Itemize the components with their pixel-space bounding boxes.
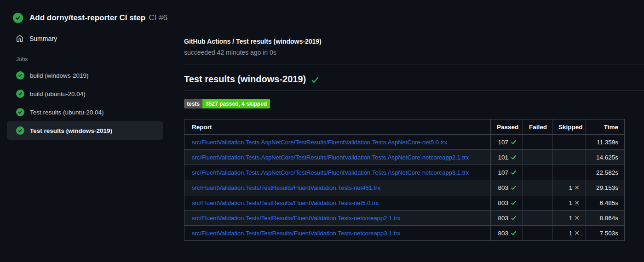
column-header-passed: Passed	[491, 120, 523, 135]
passed-check-icon	[511, 230, 517, 236]
passed-count: 803	[498, 199, 508, 206]
skipped-cross-icon: ✕	[574, 199, 580, 206]
sidebar-item-job-2[interactable]: Test results (ubuntu-20.04)	[7, 103, 163, 121]
job-label: build (ubuntu-20.04)	[30, 91, 86, 97]
column-header-failed: Failed	[523, 120, 552, 135]
passed-count: 803	[498, 215, 508, 222]
badge-label: tests	[184, 99, 202, 108]
skipped-count: 1	[569, 215, 573, 222]
job-label: Test results (windows-2019)	[30, 127, 112, 134]
success-check-circle-icon	[16, 126, 24, 135]
sidebar-item-job-3[interactable]: Test results (windows-2019)	[7, 121, 163, 140]
table-row: src/FluentValidation.Tests.AspNetCore/Te…	[184, 150, 625, 165]
report-link[interactable]: src/FluentValidation.Tests/TestResults/F…	[192, 199, 379, 206]
home-icon	[16, 35, 23, 42]
column-header-skipped: Skipped	[552, 120, 586, 135]
table-row: src/FluentValidation.Tests.AspNetCore/Te…	[184, 135, 625, 150]
cell-time: 7.503s	[586, 226, 625, 241]
cell-report: src/FluentValidation.Tests.AspNetCore/Te…	[184, 165, 491, 180]
cell-failed	[523, 226, 552, 241]
passed-check-icon	[511, 200, 517, 206]
tests-badge: tests 3527 passed, 4 skipped	[184, 99, 270, 108]
passed-count: 101	[498, 154, 508, 161]
cell-skipped	[552, 150, 586, 165]
passed-count: 803	[498, 184, 508, 191]
sidebar-item-summary[interactable]: Summary	[16, 35, 57, 42]
passed-count: 107	[498, 169, 508, 176]
success-check-circle-icon	[16, 90, 24, 98]
cell-time: 6.485s	[586, 195, 625, 211]
jobs-list: build (windows-2019)build (ubuntu-20.04)…	[0, 66, 184, 140]
sidebar-item-job-0[interactable]: build (windows-2019)	[7, 66, 163, 85]
cell-passed: 101	[491, 150, 523, 165]
table-row: src/FluentValidation.Tests.AspNetCore/Te…	[184, 165, 625, 180]
cell-report: src/FluentValidation.Tests/TestResults/F…	[184, 180, 491, 195]
table-row: src/FluentValidation.Tests/TestResults/F…	[184, 180, 625, 195]
table-row: src/FluentValidation.Tests/TestResults/F…	[184, 226, 625, 241]
cell-failed	[523, 165, 552, 180]
cell-skipped: 1✕	[552, 211, 586, 226]
success-check-circle-icon	[13, 13, 23, 23]
job-label: build (windows-2019)	[30, 72, 89, 79]
report-link[interactable]: src/FluentValidation.Tests/TestResults/F…	[192, 184, 380, 191]
divider	[184, 64, 644, 64]
cell-time: 22.582s	[586, 165, 625, 180]
column-header-report: Report	[184, 120, 491, 135]
cell-failed	[523, 150, 552, 165]
cell-time: 14.625s	[586, 150, 625, 165]
check-run-title: GitHub Actions / Test results (windows-2…	[184, 38, 644, 45]
cell-time: 29.153s	[586, 180, 625, 195]
passed-check-icon	[511, 154, 517, 160]
skipped-count: 1	[569, 199, 573, 206]
report-link[interactable]: src/FluentValidation.Tests.AspNetCore/Te…	[192, 154, 469, 161]
passed-check-icon	[511, 170, 517, 176]
jobs-section-label: Jobs	[16, 56, 184, 63]
report-link[interactable]: src/FluentValidation.Tests.AspNetCore/Te…	[192, 139, 447, 146]
cell-failed	[523, 180, 552, 195]
badge-value: 3527 passed, 4 skipped	[202, 99, 270, 108]
divider	[184, 91, 644, 91]
skipped-cross-icon: ✕	[574, 229, 580, 237]
cell-skipped	[552, 165, 586, 180]
section-title: Test results (windows-2019)	[184, 74, 306, 85]
cell-time: 11.359s	[586, 135, 625, 150]
cell-passed: 803	[491, 211, 523, 226]
cell-failed	[523, 211, 552, 226]
passed-count: 107	[498, 139, 508, 146]
check-run-status: succeeded 42 minutes ago in 0s	[184, 49, 644, 56]
report-link[interactable]: src/FluentValidation.Tests/TestResults/F…	[192, 215, 400, 222]
sidebar-item-job-1[interactable]: build (ubuntu-20.04)	[7, 85, 163, 103]
table-row: src/FluentValidation.Tests/TestResults/F…	[184, 211, 625, 226]
report-link[interactable]: src/FluentValidation.Tests/TestResults/F…	[192, 230, 400, 237]
cell-passed: 803	[491, 180, 523, 195]
passed-count: 803	[498, 230, 508, 237]
passed-check-icon	[511, 215, 517, 221]
cell-report: src/FluentValidation.Tests/TestResults/F…	[184, 211, 491, 226]
cell-time: 8.864s	[586, 211, 625, 226]
cell-skipped: 1✕	[552, 226, 586, 241]
column-header-time: Time	[586, 120, 625, 135]
cell-failed	[523, 135, 552, 150]
report-table-body: src/FluentValidation.Tests.AspNetCore/Te…	[184, 135, 625, 241]
skipped-cross-icon: ✕	[574, 184, 580, 191]
cell-passed: 107	[491, 135, 523, 150]
cell-skipped	[552, 135, 586, 150]
table-row: src/FluentValidation.Tests/TestResults/F…	[184, 195, 625, 211]
cell-skipped: 1✕	[552, 195, 586, 211]
success-check-circle-icon	[16, 108, 24, 116]
report-link[interactable]: src/FluentValidation.Tests.AspNetCore/Te…	[192, 169, 469, 176]
skipped-count: 1	[569, 184, 573, 191]
section-check-icon	[311, 76, 319, 84]
cell-report: src/FluentValidation.Tests.AspNetCore/Te…	[184, 135, 491, 150]
run-header: Add dorny/test-reporter CI step CI #6	[0, 0, 644, 23]
summary-label: Summary	[29, 35, 57, 42]
cell-skipped: 1✕	[552, 180, 586, 195]
run-number: CI #6	[149, 13, 167, 23]
cell-report: src/FluentValidation.Tests.AspNetCore/Te…	[184, 150, 491, 165]
skipped-count: 1	[569, 230, 573, 237]
sidebar: Summary Jobs build (windows-2019)build (…	[0, 23, 184, 140]
table-header-row: Report Passed Failed Skipped Time	[184, 120, 625, 135]
run-title: Add dorny/test-reporter CI step	[29, 13, 145, 23]
main-content: GitHub Actions / Test results (windows-2…	[184, 23, 644, 241]
cell-report: src/FluentValidation.Tests/TestResults/F…	[184, 226, 491, 241]
